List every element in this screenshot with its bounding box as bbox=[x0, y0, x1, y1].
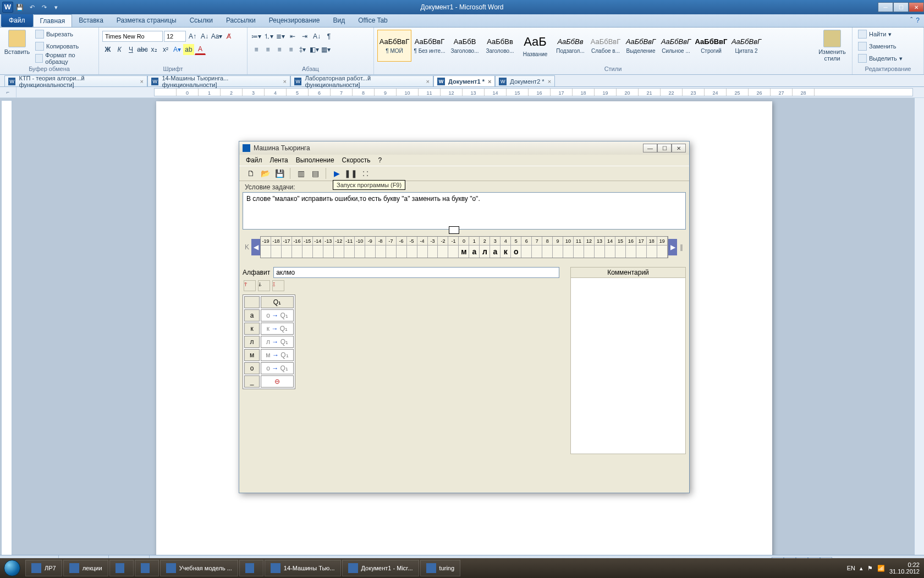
tape-cell[interactable]: 0м bbox=[459, 237, 469, 258]
subscript-button[interactable]: x₂ bbox=[148, 44, 160, 55]
document-page[interactable]: Машина Тьюринга — ☐ ✕ Файл Лента Выполне… bbox=[156, 101, 772, 558]
turing-tape-icon[interactable]: ▥ bbox=[295, 167, 307, 179]
bold-button[interactable]: Ж bbox=[102, 44, 113, 55]
borders-icon[interactable]: ▦▾ bbox=[320, 44, 331, 55]
turing-step-button[interactable]: ⸬ bbox=[359, 167, 371, 179]
tape-cell[interactable]: -11 bbox=[344, 237, 355, 258]
turing-titlebar[interactable]: Машина Тьюринга — ☐ ✕ bbox=[239, 141, 689, 155]
tape-cell[interactable]: -3 bbox=[428, 237, 438, 258]
start-button[interactable] bbox=[0, 558, 24, 578]
tape-cell[interactable]: 9 bbox=[553, 237, 563, 258]
tab-close-icon[interactable]: × bbox=[488, 78, 491, 85]
tape-cell[interactable]: -12 bbox=[334, 237, 344, 258]
tape-right-button[interactable]: ▶ bbox=[668, 239, 677, 255]
multilevel-icon[interactable]: ≣▾ bbox=[275, 31, 286, 42]
turing-close-button[interactable]: ✕ bbox=[672, 144, 686, 152]
help-icon[interactable]: ? bbox=[916, 17, 920, 25]
tape-cell[interactable]: 11 bbox=[574, 237, 584, 258]
tape-cell[interactable]: 19 bbox=[657, 237, 668, 258]
document-tab[interactable]: WДокумент2 *× bbox=[495, 75, 555, 86]
turing-condition-text[interactable]: В слове "малако" исправить ошибки,то ест… bbox=[243, 192, 686, 230]
turing-tape[interactable]: -19-18-17-16-15-14-13-12-11-10-9-8-7-6-5… bbox=[260, 236, 668, 258]
turing-menu-file[interactable]: Файл bbox=[243, 156, 266, 165]
taskbar-item[interactable]: Учебная модель ... bbox=[160, 560, 238, 576]
shading-icon[interactable]: ◧▾ bbox=[309, 44, 320, 55]
tape-cell[interactable]: -15 bbox=[302, 237, 313, 258]
font-color-icon[interactable]: A bbox=[195, 44, 206, 55]
alphabet-input[interactable] bbox=[273, 267, 559, 278]
tape-cell[interactable]: -2 bbox=[438, 237, 448, 258]
taskbar-item[interactable] bbox=[135, 560, 159, 576]
style-item[interactable]: АаБНазвание bbox=[518, 30, 552, 62]
tab-close-icon[interactable]: × bbox=[548, 78, 551, 85]
tape-cell[interactable]: -1 bbox=[448, 237, 459, 258]
style-item[interactable]: АаБбВвГЦитата 2 bbox=[729, 30, 763, 62]
tape-cell[interactable]: 18 bbox=[647, 237, 657, 258]
taskbar-item[interactable]: Документ1 - Micr... bbox=[342, 560, 419, 576]
taskbar-item[interactable] bbox=[239, 560, 263, 576]
indent-inc-icon[interactable]: ⇥ bbox=[299, 31, 310, 42]
format-painter-button[interactable]: Формат по образцу bbox=[33, 53, 95, 64]
style-item[interactable]: АаБбВвГСильное ... bbox=[659, 30, 693, 62]
text-effects-icon[interactable]: A▾ bbox=[172, 44, 183, 55]
ribbon-tab-layout[interactable]: Разметка страницы bbox=[110, 14, 183, 27]
tape-cell[interactable]: -13 bbox=[323, 237, 334, 258]
line-spacing-icon[interactable]: ‡▾ bbox=[297, 44, 308, 55]
ribbon-minimize-icon[interactable]: ˆ bbox=[910, 17, 912, 25]
rules-table[interactable]: Q₁ ао → Q₁кк → Q₁лл → Q₁мм → Q₁оо → Q₁_⊖ bbox=[243, 295, 295, 389]
tape-cell[interactable]: -5 bbox=[407, 237, 417, 258]
style-gallery[interactable]: АаБбВвГ¶ МОЙАаБбВвГ¶ Без инте...АаБбВЗаг… bbox=[377, 29, 813, 63]
tape-cell[interactable]: 2л bbox=[480, 237, 490, 258]
style-item[interactable]: АаБбВвГСлабое в... bbox=[588, 30, 623, 62]
underline-button[interactable]: Ч bbox=[125, 44, 136, 55]
change-case-icon[interactable]: Aa▾ bbox=[211, 31, 222, 42]
tape-cell[interactable]: 4к bbox=[501, 237, 511, 258]
clear-format-icon[interactable]: A̸ bbox=[223, 31, 234, 42]
tray-action-icon[interactable]: ⚑ bbox=[867, 565, 873, 572]
turing-run-button[interactable]: ▶ bbox=[331, 167, 343, 179]
ribbon-tab-insert[interactable]: Вставка bbox=[72, 14, 110, 27]
tab-close-icon[interactable]: × bbox=[426, 78, 430, 85]
copy-button[interactable]: Копировать bbox=[33, 41, 95, 52]
tray-flag-icon[interactable]: ▴ bbox=[860, 565, 863, 572]
find-button[interactable]: Найти ▾ bbox=[856, 29, 905, 40]
taskbar-item[interactable] bbox=[109, 560, 134, 576]
ribbon-tab-review[interactable]: Рецензирование bbox=[262, 14, 327, 27]
tape-cell[interactable]: 5о bbox=[511, 237, 521, 258]
change-styles-button[interactable]: Изменить стили bbox=[816, 29, 849, 63]
turing-menu-tape[interactable]: Лента bbox=[267, 156, 292, 165]
taskbar-item[interactable]: 14-Машины Тью... bbox=[265, 560, 341, 576]
document-tab[interactable]: W14-Машины Тьюринга... функциональности]… bbox=[147, 75, 290, 86]
turing-menu-help[interactable]: ? bbox=[375, 156, 385, 165]
style-item[interactable]: АаБбВвЗаголово... bbox=[483, 30, 517, 62]
tape-cell[interactable]: -18 bbox=[271, 237, 282, 258]
tray-clock[interactable]: 0:22 31.10.2012 bbox=[889, 561, 920, 575]
style-item[interactable]: АаБбВвГСтрогий bbox=[694, 30, 728, 62]
turing-save-icon[interactable]: 💾 bbox=[273, 167, 285, 179]
tray-lang[interactable]: EN bbox=[847, 565, 855, 571]
ribbon-tab-mailings[interactable]: Рассылки bbox=[219, 14, 262, 27]
paste-button[interactable]: Вставить bbox=[3, 29, 31, 56]
cut-button[interactable]: Вырезать bbox=[33, 29, 95, 40]
vertical-scrollbar[interactable] bbox=[914, 98, 924, 558]
ribbon-tab-view[interactable]: Вид bbox=[326, 14, 351, 27]
rule-row[interactable]: кк → Q₁ bbox=[244, 323, 294, 335]
minimize-button[interactable]: ─ bbox=[878, 2, 893, 12]
tape-cell[interactable]: -8 bbox=[376, 237, 386, 258]
style-item[interactable]: АаБбВвГ¶ Без инте... bbox=[413, 30, 447, 62]
grow-font-icon[interactable]: A↑ bbox=[187, 31, 198, 42]
turing-new-icon[interactable]: 🗋 bbox=[245, 167, 257, 179]
tape-cell[interactable]: -9 bbox=[365, 237, 376, 258]
align-left-icon[interactable]: ≡ bbox=[251, 44, 262, 55]
tape-cell[interactable]: -6 bbox=[397, 237, 407, 258]
show-marks-icon[interactable]: ¶ bbox=[323, 31, 334, 42]
ribbon-tab-home[interactable]: Главная bbox=[33, 14, 73, 27]
sort-icon[interactable]: A↓ bbox=[311, 31, 322, 42]
qat-save-icon[interactable]: 💾 bbox=[14, 2, 25, 13]
tape-cell[interactable]: 14 bbox=[605, 237, 615, 258]
justify-icon[interactable]: ≡ bbox=[285, 44, 296, 55]
tape-cell[interactable]: 10 bbox=[563, 237, 574, 258]
strike-button[interactable]: abc bbox=[137, 44, 148, 55]
tape-cell[interactable]: 16 bbox=[626, 237, 636, 258]
rule-row[interactable]: ао → Q₁ bbox=[244, 309, 294, 321]
